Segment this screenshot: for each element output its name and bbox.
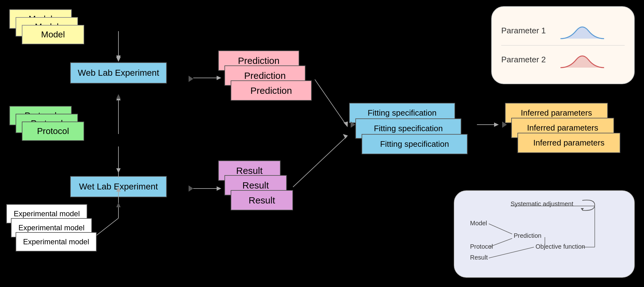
parameter-1-label: Parameter 1	[501, 26, 557, 36]
inferred-label-1: Inferred parameters	[533, 138, 604, 148]
inferred-label-2: Inferred parameters	[527, 123, 598, 133]
svg-marker-3	[116, 95, 121, 100]
svg-line-17	[97, 218, 118, 235]
feedback-panel: Systematic adjustment Model Prediction P…	[454, 190, 635, 278]
svg-marker-27	[581, 208, 584, 210]
parameter-1-row: Parameter 1	[501, 22, 625, 40]
fitting-spec-label-3: Fitting specification	[368, 108, 436, 118]
svg-marker-12	[344, 122, 348, 127]
svg-marker-14	[343, 134, 348, 139]
model-label-1: Model	[41, 30, 65, 40]
web-lab-label: Web Lab Experiment	[78, 68, 159, 78]
svg-marker-19	[116, 57, 121, 62]
result-box-1: Result	[231, 190, 293, 210]
svg-marker-16	[494, 122, 499, 127]
svg-marker-24	[189, 185, 193, 192]
parameter-2-label: Parameter 2	[501, 55, 557, 65]
svg-line-31	[489, 247, 534, 258]
svg-marker-22	[116, 203, 121, 207]
protocol-box-1: Protocol	[22, 122, 84, 141]
fitting-spec-label-2: Fitting specification	[374, 124, 443, 133]
svg-line-11	[315, 79, 346, 125]
result-label-2: Result	[242, 180, 269, 191]
inferred-box-1: Inferred parameters	[517, 133, 620, 153]
svg-marker-5	[217, 76, 221, 80]
svg-marker-20	[116, 94, 121, 99]
svg-line-13	[293, 137, 346, 187]
expmodel-box-1: Experimental model	[16, 232, 97, 251]
fb-result-label: Result	[470, 254, 488, 261]
result-label-3: Result	[236, 165, 262, 176]
parameter-2-row: Parameter 2	[501, 50, 625, 69]
prediction-label-3: Prediction	[238, 55, 279, 66]
expmodel-label-2: Experimental model	[18, 223, 84, 232]
web-lab-experiment-box: Web Lab Experiment	[70, 62, 167, 84]
prediction-label-2: Prediction	[244, 70, 286, 81]
fb-objective-label: Objective function	[536, 243, 585, 250]
fitting-spec-label-1: Fitting specification	[380, 139, 449, 149]
svg-line-28	[489, 224, 512, 234]
parameter-panel: Parameter 1 Parameter 2	[491, 6, 635, 84]
svg-marker-23	[189, 76, 193, 82]
wet-lab-label: Wet Lab Experiment	[79, 182, 158, 192]
parameter-1-curve	[557, 22, 607, 40]
diagram: Model Model Model Protocol Protocol Prot…	[0, 0, 644, 287]
inferred-label-3: Inferred parameters	[521, 108, 592, 118]
svg-marker-10	[217, 186, 221, 191]
svg-line-29	[489, 238, 512, 247]
fitting-spec-box-1: Fitting specification	[362, 134, 468, 154]
expmodel-label-1: Experimental model	[23, 237, 89, 246]
model-box-1: Model	[22, 25, 84, 44]
expmodel-label-3: Experimental model	[14, 209, 80, 218]
protocol-label-1: Protocol	[37, 126, 69, 136]
feedback-diagram: Systematic adjustment Model Prediction P…	[464, 197, 626, 272]
svg-marker-21	[116, 168, 121, 173]
svg-marker-1	[116, 55, 121, 61]
parameter-2-curve	[557, 50, 607, 69]
fb-model-label: Model	[470, 220, 487, 227]
result-label-1: Result	[248, 195, 275, 206]
svg-marker-18	[116, 57, 121, 62]
prediction-box-1: Prediction	[231, 80, 312, 101]
fb-protocol-label: Protocol	[470, 243, 493, 250]
fb-prediction-label: Prediction	[514, 232, 541, 239]
prediction-label-1: Prediction	[250, 85, 292, 96]
wet-lab-experiment-box: Wet Lab Experiment	[70, 176, 167, 197]
